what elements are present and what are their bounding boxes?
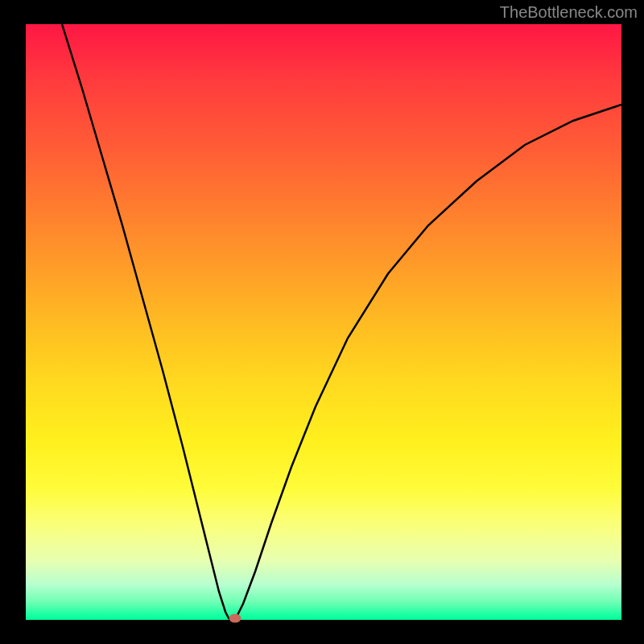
chart-container: TheBottleneck.com [0, 0, 644, 644]
bottleneck-curve-left [62, 24, 231, 620]
curve-svg [26, 24, 621, 620]
plot-area [26, 24, 621, 620]
marker-dot [229, 614, 242, 623]
watermark-text: TheBottleneck.com [500, 3, 638, 22]
bottleneck-curve-right [235, 105, 621, 620]
